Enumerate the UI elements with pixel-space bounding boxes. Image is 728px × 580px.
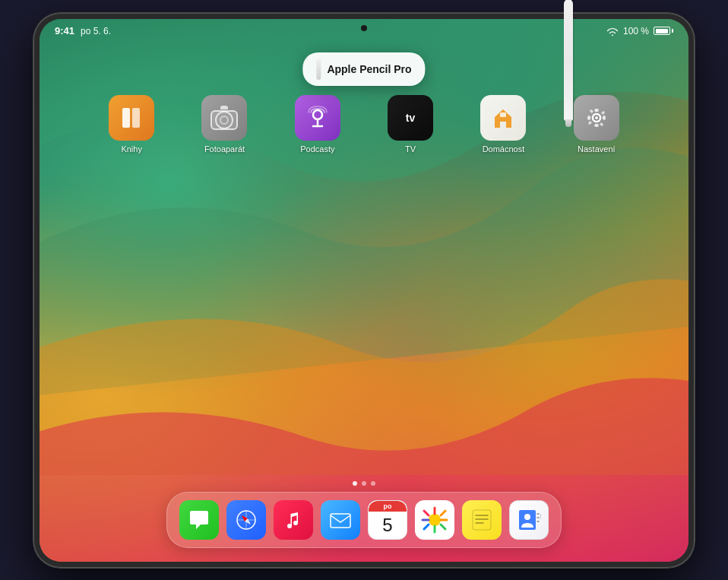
app-icon-books[interactable]: Knihy	[109, 95, 154, 154]
time: 9:41	[55, 25, 74, 36]
app-icon-settings[interactable]: Nastavení	[574, 95, 619, 154]
dock-icon-notes[interactable]	[462, 500, 502, 540]
svg-rect-12	[331, 514, 350, 528]
svg-rect-6	[500, 113, 506, 117]
battery-percent: 100 %	[623, 26, 649, 36]
app-label-tv: TV	[405, 144, 416, 154]
app-label-home: Domácnost	[483, 144, 525, 154]
svg-text:tv: tv	[406, 112, 416, 124]
app-icon-camera[interactable]: Fotoaparát	[201, 95, 247, 154]
dock-icon-messages[interactable]	[179, 500, 219, 540]
dock: po 5	[166, 492, 562, 548]
svg-rect-14	[473, 510, 491, 530]
dot-3[interactable]	[371, 481, 375, 486]
dock-icon-contacts[interactable]: A 5	[509, 500, 549, 540]
dock-icon-mail[interactable]	[321, 500, 360, 540]
app-icon-podcasts[interactable]: Podcasty	[295, 95, 340, 154]
app-label-camera: Fotoaparát	[204, 144, 245, 154]
svg-point-19	[524, 514, 530, 520]
dock-icon-photos[interactable]	[415, 500, 454, 540]
dock-icon-music[interactable]	[274, 500, 313, 540]
pencil-tooltip-icon	[316, 59, 321, 80]
ipad-device: 9:41 po 5. 6. 100 %	[33, 13, 695, 568]
svg-rect-1	[132, 108, 140, 128]
status-left: 9:41 po 5. 6.	[55, 25, 111, 36]
app-label-settings: Nastavení	[578, 144, 616, 154]
camera	[361, 25, 367, 31]
status-right: 100 %	[606, 26, 673, 36]
svg-point-8	[595, 116, 598, 119]
wifi-icon	[606, 27, 619, 36]
dock-icon-calendar[interactable]: po 5	[368, 500, 407, 540]
svg-rect-0	[122, 108, 130, 128]
date: po 5. 6.	[81, 26, 111, 36]
pencil-tooltip: Apple Pencil Pro	[302, 52, 425, 86]
app-label-podcasts: Podcasty	[300, 144, 334, 154]
app-icon-home[interactable]: Domácnost	[480, 95, 526, 154]
page-dots	[353, 481, 375, 486]
dock-icon-safari[interactable]	[226, 500, 266, 540]
dot-2[interactable]	[362, 481, 366, 486]
ipad-screen: 9:41 po 5. 6. 100 %	[40, 19, 688, 562]
svg-point-13	[429, 514, 441, 526]
battery-icon	[654, 27, 673, 35]
pencil-tooltip-text: Apple Pencil Pro	[327, 63, 411, 75]
svg-point-2	[313, 110, 322, 119]
dot-1[interactable]	[353, 481, 357, 486]
svg-text:5: 5	[540, 515, 541, 520]
app-row: Knihy Fotoaparát	[85, 95, 643, 154]
app-label-books: Knihy	[121, 144, 142, 154]
status-bar: 9:41 po 5. 6. 100 %	[40, 19, 688, 43]
app-icon-tv[interactable]: tv TV	[388, 95, 433, 154]
